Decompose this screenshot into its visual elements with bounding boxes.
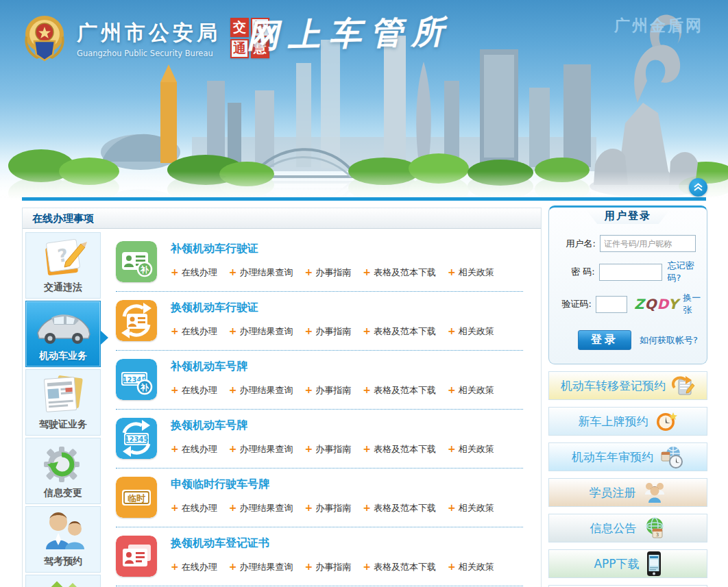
blue-plate-icon: 12345 补 bbox=[116, 359, 157, 400]
online-services-panel: 在线办理事项 ? 交通违法 bbox=[22, 208, 542, 587]
jindun-net-link[interactable]: 广州金盾网 bbox=[614, 15, 703, 36]
service-link-forms[interactable]: 表格及范本下载 bbox=[363, 326, 436, 336]
service-link-forms[interactable]: 表格及范本下载 bbox=[363, 562, 436, 572]
service-link-online[interactable]: 在线办理 bbox=[171, 444, 217, 454]
forgot-password-link[interactable]: 忘记密码? bbox=[668, 260, 707, 284]
service-link-policy[interactable]: 相关政策 bbox=[448, 503, 494, 513]
side-button-label: 新车上牌预约 bbox=[579, 414, 648, 429]
service-link-online[interactable]: 在线办理 bbox=[171, 562, 217, 572]
service-link-guide[interactable]: 办事指南 bbox=[304, 562, 351, 572]
service-link-forms[interactable]: 表格及范本下载 bbox=[363, 503, 436, 513]
service-link-policy[interactable]: 相关政策 bbox=[448, 326, 494, 336]
login-button[interactable]: 登录 bbox=[578, 330, 631, 350]
information-notice-button[interactable]: 信息公告 3 bbox=[548, 514, 707, 542]
site-title: 网上车管所 bbox=[246, 10, 452, 58]
nav-tile-vehicle-services[interactable]: 机动车业务 bbox=[25, 301, 101, 367]
service-link-online[interactable]: 在线办理 bbox=[171, 267, 217, 277]
how-to-get-account-link[interactable]: 如何获取帐号? bbox=[640, 334, 698, 347]
service-link-forms[interactable]: 表格及范本下载 bbox=[363, 444, 436, 454]
login-tab-title: 用户登录 bbox=[583, 205, 673, 224]
service-link-result[interactable]: 办理结果查询 bbox=[229, 562, 293, 572]
service-link-forms[interactable]: 表格及范本下载 bbox=[363, 267, 436, 277]
password-input[interactable] bbox=[599, 264, 662, 281]
smartphone-icon bbox=[646, 551, 662, 577]
nav-tile-drivers-license[interactable]: 驾驶证业务 bbox=[25, 369, 101, 436]
service-title[interactable]: 申领临时行驶车号牌 bbox=[171, 477, 269, 492]
service-link-guide[interactable]: 办事指南 bbox=[304, 326, 351, 336]
service-link-policy[interactable]: 相关政策 bbox=[448, 562, 494, 572]
green-diamonds-icon bbox=[38, 578, 88, 587]
service-title[interactable]: 换领机动车号牌 bbox=[171, 419, 247, 433]
service-link-policy[interactable]: 相关政策 bbox=[448, 385, 494, 395]
globe-clock-icon bbox=[659, 445, 684, 469]
service-link-guide[interactable]: 办事指南 bbox=[304, 503, 351, 513]
orange-temp-plate-icon: 临时 bbox=[116, 477, 157, 518]
service-row-temp-plate: 临时 申领临时行驶车号牌 在线办理办理结果查询办事指南表格及范本下载相关政策 bbox=[116, 469, 523, 527]
service-link-guide[interactable]: 办事指南 bbox=[304, 267, 351, 277]
student-registration-button[interactable]: 学员注册 bbox=[548, 478, 707, 507]
service-row-renew-license: 换领机动车行驶证 在线办理办理结果查询办事指南表格及范本下载相关政策 bbox=[116, 292, 523, 351]
nav-tile-driving-test-booking[interactable]: 驾考预约 bbox=[25, 506, 101, 573]
annual-inspection-booking-button[interactable]: 机动车年审预约 bbox=[548, 442, 707, 471]
service-row-renew-plate: 12345 换领机动车号牌 在线办理办理结果查询办事指南表格及范本下载相关政策 bbox=[116, 410, 523, 469]
service-link-guide[interactable]: 办事指南 bbox=[304, 444, 351, 454]
right-sidebar: 用户登录 用户名: 密 码: 忘记密码? 验证码: ZQDY 换一张 登录 如何… bbox=[548, 205, 707, 587]
service-title[interactable]: 换领机动车登记证书 bbox=[171, 536, 269, 551]
nav-label: 机动车业务 bbox=[39, 350, 87, 362]
refresh-captcha-link[interactable]: 换一张 bbox=[683, 292, 707, 316]
captcha-input[interactable] bbox=[596, 296, 627, 313]
red-cert-icon bbox=[116, 536, 157, 577]
service-link-online[interactable]: 在线办理 bbox=[171, 385, 217, 395]
nav-tile-info-change[interactable]: 信息变更 bbox=[25, 438, 101, 504]
service-title[interactable]: 补领机动车号牌 bbox=[171, 360, 247, 374]
side-button-label: 信息公告 bbox=[590, 521, 637, 536]
service-link-policy[interactable]: 相关政策 bbox=[448, 267, 494, 277]
svg-text:3: 3 bbox=[655, 532, 658, 538]
nav-label: 驾考预约 bbox=[44, 555, 82, 568]
username-label: 用户名: bbox=[557, 238, 596, 250]
service-link-guide[interactable]: 办事指南 bbox=[304, 385, 351, 395]
nav-label: 驾驶证业务 bbox=[39, 419, 87, 431]
app-download-button[interactable]: APP下载 bbox=[548, 549, 707, 578]
service-title[interactable]: 换领机动车行驶证 bbox=[171, 301, 258, 315]
side-button-label: 学员注册 bbox=[590, 485, 636, 501]
car-icon bbox=[34, 304, 93, 347]
service-link-result[interactable]: 办理结果查询 bbox=[229, 326, 293, 336]
site-name-english: Guangzhou Public Security Bureau bbox=[77, 49, 221, 58]
username-input[interactable] bbox=[600, 235, 696, 252]
newspaper-icon bbox=[38, 373, 88, 418]
new-car-plate-booking-button[interactable]: 新车上牌预约 bbox=[548, 407, 707, 436]
service-link-online[interactable]: 在线办理 bbox=[171, 326, 217, 336]
svg-text:补: 补 bbox=[140, 383, 149, 392]
nav-tile-traffic-violation[interactable]: ? 交通违法 bbox=[25, 232, 101, 299]
nav-tile-partial[interactable] bbox=[25, 575, 101, 587]
nav-label: 交通违法 bbox=[44, 282, 82, 294]
service-link-forms[interactable]: 表格及范本下载 bbox=[363, 385, 436, 395]
notepad-arrow-icon bbox=[672, 374, 695, 397]
captcha-image[interactable]: ZQDY bbox=[634, 296, 679, 312]
police-badge-icon bbox=[19, 14, 70, 62]
side-button-label: 机动车年审预约 bbox=[572, 449, 653, 465]
transfer-registration-booking-button[interactable]: 机动车转移登记预约 bbox=[548, 371, 707, 400]
service-link-result[interactable]: 办理结果查询 bbox=[229, 385, 293, 395]
blue-renew-plate-icon: 12345 bbox=[116, 418, 157, 459]
gear-refresh-icon bbox=[39, 441, 87, 486]
service-title[interactable]: 补领机动车行驶证 bbox=[171, 242, 258, 256]
service-link-policy[interactable]: 相关政策 bbox=[448, 444, 494, 454]
service-link-result[interactable]: 办理结果查询 bbox=[229, 503, 293, 513]
section-title: 在线办理事项 bbox=[23, 208, 541, 229]
orange-renew-card-icon bbox=[116, 300, 157, 341]
header-banner: 广州市公安局 Guangzhou Public Security Bureau … bbox=[0, 0, 728, 200]
svg-text:12345: 12345 bbox=[125, 436, 149, 443]
captcha-label: 验证码: bbox=[557, 298, 592, 310]
seal-char: 通 bbox=[230, 39, 249, 58]
service-link-result[interactable]: 办理结果查询 bbox=[229, 267, 293, 277]
nav-label: 信息变更 bbox=[44, 487, 82, 499]
double-chevron-up-icon bbox=[693, 182, 703, 192]
service-link-result[interactable]: 办理结果查询 bbox=[229, 444, 293, 454]
service-link-online[interactable]: 在线办理 bbox=[171, 503, 217, 513]
site-name-chinese: 广州市公安局 bbox=[77, 19, 221, 47]
clock-icon bbox=[655, 410, 678, 433]
scroll-top-button[interactable] bbox=[689, 178, 707, 197]
service-row-registration-cert: 换领机动车登记证书 在线办理办理结果查询办事指南表格及范本下载相关政策 bbox=[116, 527, 523, 586]
